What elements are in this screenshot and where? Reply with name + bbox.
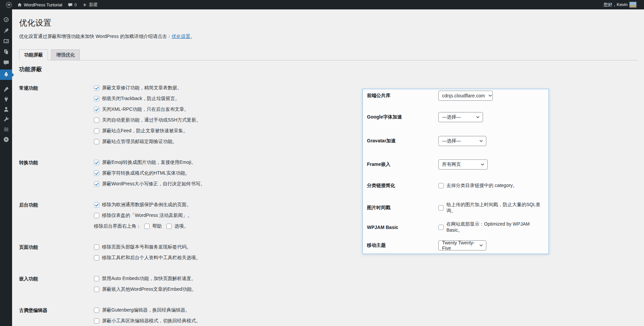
sidebar-item-tools[interactable] bbox=[0, 114, 12, 124]
sidebar-item-comments[interactable] bbox=[0, 57, 12, 68]
paintbrush-icon bbox=[3, 86, 9, 92]
page-title: 优化设置 bbox=[19, 18, 637, 28]
checkbox[interactable] bbox=[94, 139, 99, 144]
admin-bar: W WordPress Turtorial 0 新建 您好，Kevin bbox=[0, 0, 644, 9]
checkbox[interactable] bbox=[94, 202, 99, 207]
pushpin-icon bbox=[3, 27, 9, 34]
avatar bbox=[629, 2, 637, 8]
tab-bar: 功能屏蔽 增强优化 bbox=[19, 49, 637, 60]
sidebar-item-pages[interactable] bbox=[0, 46, 12, 57]
account-menu[interactable]: 您好，Kevin bbox=[601, 0, 639, 9]
wordpress-logo-icon: W bbox=[6, 2, 12, 8]
wrench-icon bbox=[3, 116, 9, 123]
mobile-theme-select[interactable]: Twenty Twenty-Five bbox=[438, 240, 486, 250]
new-content-button[interactable]: 新建 bbox=[79, 0, 100, 9]
checkbox-option[interactable]: 屏蔽嵌入其他WordPress文章的Embed功能。 bbox=[94, 286, 637, 293]
site-name: WordPress Turtorial bbox=[24, 2, 62, 7]
checkbox-option[interactable]: 在网站底部显示：Optimized by WPJAM Basic。 bbox=[438, 224, 546, 231]
checkbox[interactable] bbox=[94, 244, 99, 250]
row-label: 转换功能 bbox=[19, 159, 94, 166]
media-icon bbox=[3, 38, 9, 44]
checkbox[interactable] bbox=[94, 171, 99, 176]
row-label: 前端公共库 bbox=[367, 93, 438, 99]
checkbox-option[interactable]: 去掉分类目录链接中的 category。 bbox=[438, 182, 518, 189]
sidebar-item-appearance[interactable] bbox=[0, 84, 12, 94]
pages-icon bbox=[3, 49, 9, 55]
form-section-embed: 嵌入功能 禁用Auto Embeds功能，加快页面解析速度。 屏蔽嵌入其他Wor… bbox=[19, 275, 637, 297]
checkbox[interactable] bbox=[144, 224, 150, 229]
checkbox[interactable] bbox=[94, 96, 99, 101]
chevron-down-icon bbox=[481, 163, 484, 166]
row-label: 后台功能 bbox=[19, 201, 94, 208]
panel-row-gravatar: Gravatar加速 —选择— bbox=[367, 136, 546, 146]
checkbox-option[interactable]: 给上传的图片加上时间戳，防止大量的SQL查询。 bbox=[438, 204, 546, 211]
panel-row-image-timestamp: 图片时间戳 给上传的图片加上时间戳，防止大量的SQL查询。 bbox=[367, 203, 546, 213]
row-label: 页面功能 bbox=[19, 244, 94, 250]
checkbox[interactable] bbox=[94, 308, 99, 313]
checkbox[interactable] bbox=[94, 118, 99, 123]
comments-icon bbox=[3, 59, 9, 66]
chevron-down-icon bbox=[476, 116, 480, 119]
checkbox[interactable] bbox=[94, 276, 99, 281]
sliders-icon bbox=[3, 126, 9, 133]
main-content: 优化设置 优化设置通过屏蔽和增强功能来加快 WordPress 的加载详细介绍请… bbox=[12, 9, 644, 326]
chevron-down-icon bbox=[488, 94, 492, 97]
wordpress-menu[interactable]: W bbox=[3, 0, 14, 9]
play-circle-icon bbox=[3, 136, 9, 143]
row-label: 图片时间戳 bbox=[367, 205, 438, 211]
panel-row-cdn: 前端公共库 cdnjs.cloudflare.com bbox=[367, 91, 546, 101]
site-link[interactable]: WordPress Turtorial bbox=[14, 0, 65, 9]
chevron-down-icon bbox=[479, 244, 483, 247]
tab-enhance[interactable]: 增强优化 bbox=[51, 49, 80, 60]
google-fonts-select[interactable]: —选择— bbox=[438, 112, 483, 122]
intro-link[interactable]: 优化设置 bbox=[172, 34, 191, 39]
row-label: Frame嵌入 bbox=[367, 161, 438, 168]
frame-embed-select[interactable]: 所有网页 bbox=[438, 159, 488, 170]
checkbox-option[interactable]: 禁用Auto Embeds功能，加快页面解析速度。 bbox=[94, 275, 637, 282]
sidebar-item-plugins[interactable] bbox=[0, 94, 12, 104]
sidebar-item-wpjam-active[interactable] bbox=[0, 69, 12, 80]
checkbox[interactable] bbox=[94, 128, 99, 134]
gravatar-select[interactable]: —选择— bbox=[438, 136, 486, 146]
checkbox[interactable] bbox=[94, 213, 99, 218]
tab-feature-block[interactable]: 功能屏蔽 bbox=[19, 49, 48, 60]
comment-count: 0 bbox=[74, 2, 77, 7]
row-label: Google字体加速 bbox=[367, 114, 438, 120]
row-label: 分类链接简化 bbox=[367, 183, 438, 189]
row-label: 移动主题 bbox=[367, 242, 438, 248]
checkbox[interactable] bbox=[438, 205, 444, 211]
checkbox[interactable] bbox=[438, 225, 444, 230]
comments-shortcut[interactable]: 0 bbox=[65, 0, 79, 9]
checkbox[interactable] bbox=[94, 85, 99, 91]
sidebar-item-dashboard[interactable] bbox=[0, 14, 12, 25]
chevron-down-icon bbox=[479, 140, 483, 142]
checkbox[interactable] bbox=[94, 318, 99, 324]
checkbox-option[interactable]: 屏蔽Gutenberg编辑器，换回经典编辑器。 bbox=[94, 307, 637, 314]
checkbox[interactable] bbox=[94, 255, 99, 261]
checkbox-option[interactable]: 移除工具栏和后台个人资料中工具栏相关选项。 bbox=[94, 254, 637, 261]
rocket-icon bbox=[3, 72, 9, 78]
checkbox[interactable] bbox=[94, 107, 99, 112]
checkbox-option[interactable]: 屏蔽小工具区块编辑器模式，切换回经典模式。 bbox=[94, 318, 637, 324]
form-section-gutenberg: 古腾堡编辑器 屏蔽Gutenberg编辑器，换回经典编辑器。 屏蔽小工具区块编辑… bbox=[19, 307, 637, 326]
admin-side-menu bbox=[0, 9, 12, 326]
optimization-panel: 前端公共库 cdnjs.cloudflare.com Google字体加速 —选… bbox=[362, 89, 549, 254]
new-label: 新建 bbox=[89, 2, 98, 8]
checkbox[interactable] bbox=[166, 224, 172, 229]
plus-icon bbox=[82, 2, 87, 7]
checkbox[interactable] bbox=[94, 160, 99, 165]
sidebar-item-posts[interactable] bbox=[0, 25, 12, 36]
sidebar-item-media[interactable] bbox=[0, 36, 12, 46]
inline-prefix: 移除后台界面右上角： bbox=[94, 223, 141, 229]
checkbox[interactable] bbox=[438, 183, 444, 188]
row-label: 常规功能 bbox=[19, 85, 94, 91]
panel-row-mobile-theme: 移动主题 Twenty Twenty-Five bbox=[367, 240, 546, 250]
sidebar-item-settings[interactable] bbox=[0, 124, 12, 134]
checkbox[interactable] bbox=[94, 287, 99, 292]
sidebar-item-users[interactable] bbox=[0, 104, 12, 114]
row-label: 古腾堡编辑器 bbox=[19, 307, 94, 314]
checkbox[interactable] bbox=[94, 181, 99, 187]
panel-row-category-link: 分类链接简化 去掉分类目录链接中的 category。 bbox=[367, 181, 546, 191]
cdn-select[interactable]: cdnjs.cloudflare.com bbox=[438, 91, 493, 101]
sidebar-item-video[interactable] bbox=[0, 134, 12, 144]
